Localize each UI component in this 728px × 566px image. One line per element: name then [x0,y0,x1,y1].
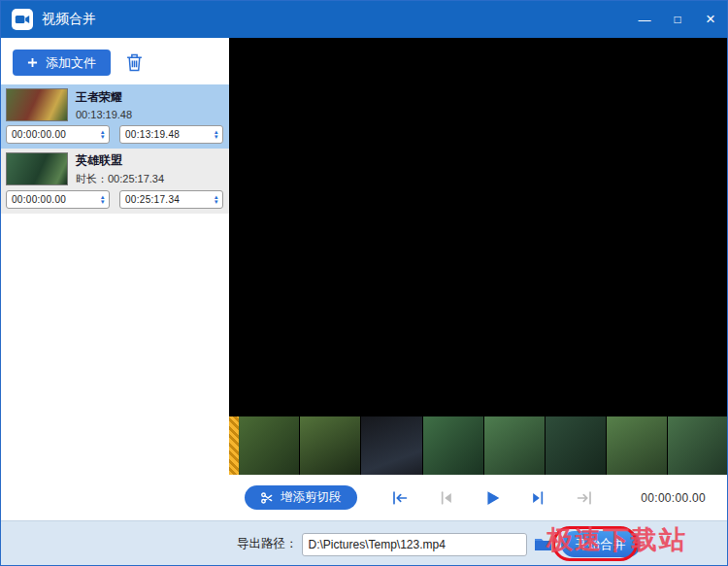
skip-start-icon [388,488,410,508]
title-bar: 视频合并 — □ × [1,1,727,38]
plus-icon [27,57,38,68]
clip-thumbnail [6,152,68,185]
filmstrip-frame [668,416,727,475]
play-icon [481,487,503,509]
clip-title: 王者荣耀 [76,89,223,106]
trim-end-input[interactable]: 00:25:17.34 ▲▼ [119,190,223,209]
trim-start-input[interactable]: 00:00:00.00 ▲▼ [6,190,110,209]
clip-duration: 00:13:19.48 [76,109,223,120]
trim-end-input[interactable]: 00:13:19.48 ▲▼ [119,125,223,144]
trim-handle[interactable] [229,416,239,475]
window-title: 视频合并 [42,11,96,28]
browse-folder-button[interactable] [534,537,552,551]
video-preview [229,38,727,416]
trim-start-value: 00:00:00.00 [12,129,66,140]
spinner-arrows-icon[interactable]: ▲▼ [100,130,106,140]
folder-icon [534,537,552,551]
trash-icon [126,53,143,72]
filmstrip-frame [239,416,300,475]
export-bar: 导出路径： 开始合并 [1,520,727,566]
filmstrip-frame [546,416,607,475]
close-button[interactable]: × [694,1,727,38]
timeline-filmstrip[interactable] [229,416,727,475]
delete-button[interactable] [126,53,143,72]
start-merge-button[interactable]: 开始合并 [561,531,641,557]
skip-end-icon [575,488,596,508]
add-file-button[interactable]: 添加文件 [13,50,111,76]
filmstrip-frame [361,416,422,475]
spinner-arrows-icon[interactable]: ▲▼ [100,195,106,205]
trim-end-value: 00:13:19.48 [125,129,180,140]
skip-end-button[interactable] [575,488,596,508]
trim-controls: 00:00:00.00 ▲▼ 00:13:19.48 ▲▼ [6,125,223,144]
spinner-arrows-icon[interactable]: ▲▼ [214,195,219,205]
trim-controls: 00:00:00.00 ▲▼ 00:25:17.34 ▲▼ [6,190,223,209]
clip-title: 英雄联盟 [76,152,223,169]
filmstrip-frame [423,416,484,475]
current-time: 00:00:00.00 [641,491,706,505]
minimize-button[interactable]: — [628,1,661,38]
next-frame-icon [529,488,548,508]
next-frame-button[interactable] [529,488,548,508]
filmstrip-frame [484,416,546,475]
clip-item[interactable]: 王者荣耀 00:13:19.48 00:00:00.00 ▲▼ 00:13:19… [1,84,229,149]
maximize-button[interactable]: □ [661,1,694,38]
clip-toolbar: 添加文件 [1,38,229,84]
filmstrip-frame [607,416,668,475]
prev-frame-icon [436,488,455,508]
skip-start-button[interactable] [388,488,410,508]
clip-item[interactable]: 英雄联盟 时长：00:25:17.34 00:00:00.00 ▲▼ 00:25… [1,149,229,214]
app-icon [12,9,33,30]
app-window: 视频合并 — □ × 添加文件 [0,0,728,566]
transport-bar: 增添剪切段 [229,475,727,520]
clip-duration: 时长：00:25:17.34 [76,172,223,186]
play-button[interactable] [481,487,503,509]
clip-thumbnail [6,88,68,121]
export-path-input[interactable] [302,533,527,556]
trim-end-value: 00:25:17.34 [125,194,180,205]
add-cut-segment-button[interactable]: 增添剪切段 [245,485,357,510]
add-file-label: 添加文件 [46,54,96,72]
window-controls: — □ × [628,1,727,38]
prev-frame-button[interactable] [436,488,455,508]
main-area: 增添剪切段 [229,38,727,520]
spinner-arrows-icon[interactable]: ▲▼ [214,130,219,140]
video-camera-icon [15,13,30,26]
trim-start-value: 00:00:00.00 [12,194,66,205]
filmstrip-frame [300,416,361,475]
trim-start-input[interactable]: 00:00:00.00 ▲▼ [6,125,110,144]
export-path-label: 导出路径： [237,536,298,552]
add-cut-segment-label: 增添剪切段 [281,489,342,506]
scissors-icon [260,491,274,505]
clip-list-panel: 添加文件 王者荣耀 00:13:19.48 00:00:00.00 [1,38,229,520]
